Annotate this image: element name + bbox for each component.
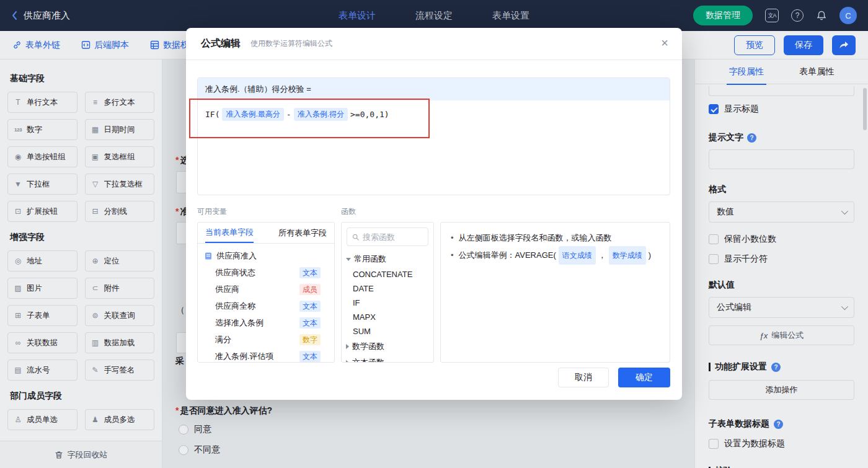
type-badge: 文本	[299, 267, 321, 278]
variables-panel: 当前表单字段 所有表单字段 供应商准入 供应商状态文本 供应商成员 供应商全称文…	[197, 222, 335, 363]
formula-input-area[interactable]: IF( 准入条例.最高分 - 准入条例.得分 >=0,0,1)	[198, 100, 670, 195]
variable-field-row[interactable]: 供应商全称文本	[198, 298, 334, 314]
variable-name: 满分	[215, 334, 231, 345]
formula-tail: >=0,0,1)	[350, 110, 389, 119]
tip-text: )	[649, 247, 651, 263]
function-search-input[interactable]	[363, 232, 423, 242]
variable-field-row[interactable]: 满分数字	[198, 331, 334, 348]
tip-line-2: 公式编辑举例：AVERAGE( 语文成绩 ， 数学成绩 )	[451, 246, 660, 265]
variable-field-row[interactable]: 准入条例.评估项文本	[198, 348, 334, 363]
modal-subtitle: 使用数学运算符编辑公式	[250, 38, 332, 49]
function-item[interactable]: CONCATENATE	[342, 267, 433, 281]
formula-operator: -	[286, 110, 291, 119]
type-badge: 文本	[299, 351, 321, 362]
variables-tree: 供应商准入 供应商状态文本 供应商成员 供应商全称文本 选择准入条例文本 满分数…	[198, 244, 334, 363]
chevron-down-icon	[346, 258, 351, 261]
formula-target-bar: 准入条例.（辅助）得分校验 =	[198, 78, 670, 100]
type-badge: 文本	[299, 301, 321, 312]
group-label: 文本函数	[352, 357, 384, 363]
search-icon	[352, 233, 359, 241]
formula-function: IF(	[205, 110, 219, 119]
variables-tabs: 当前表单字段 所有表单字段	[198, 223, 334, 244]
chevron-right-icon	[346, 344, 349, 349]
confirm-button[interactable]: 确定	[618, 368, 670, 387]
formula-field-chip: 准入条例.得分	[294, 108, 348, 121]
variable-root-row[interactable]: 供应商准入	[198, 247, 334, 264]
group-label: 常用函数	[354, 254, 386, 265]
formula-field-chip: 准入条例.最高分	[222, 108, 283, 121]
group-label: 数学函数	[352, 341, 384, 352]
formula-edit-modal: 公式编辑 使用数学运算符编辑公式 × 准入条例.（辅助）得分校验 = IF( 准…	[186, 28, 682, 400]
variable-field-row[interactable]: 供应商成员	[198, 281, 334, 298]
type-badge: 数字	[299, 334, 321, 345]
variable-field-row[interactable]: 选择准入条例文本	[198, 314, 334, 331]
functions-panel-label: 函数	[341, 206, 434, 217]
function-item[interactable]: SUM	[342, 324, 433, 338]
function-item[interactable]: MAPX	[342, 310, 433, 324]
functions-tree: 常用函数 CONCATENATE DATE IF MAPX SUM 数学函数 文…	[342, 251, 433, 363]
variable-name: 选择准入条例	[215, 317, 264, 329]
cancel-button[interactable]: 取消	[558, 368, 609, 387]
variable-name: 供应商状态	[215, 267, 255, 278]
variable-name: 供应商全称	[215, 301, 255, 312]
variable-root-label: 供应商准入	[216, 250, 257, 262]
tip-text: 从左侧面板选择字段名和函数，或输入函数	[459, 230, 612, 246]
modal-title: 公式编辑	[201, 37, 241, 50]
panels-row: 当前表单字段 所有表单字段 供应商准入 供应商状态文本 供应商成员 供应商全称文…	[197, 222, 670, 363]
example-field-chip: 数学成绩	[609, 246, 646, 265]
tab-all-form-fields[interactable]: 所有表单字段	[278, 223, 327, 243]
function-search-box[interactable]	[347, 227, 428, 246]
panel-labels: 可用变量 函数	[197, 206, 670, 217]
tip-line-1: 从左侧面板选择字段名和函数，或输入函数	[451, 230, 660, 246]
functions-panel: 常用函数 CONCATENATE DATE IF MAPX SUM 数学函数 文…	[341, 222, 434, 363]
tip-separator: ，	[598, 247, 606, 263]
formula-editor: 准入条例.（辅助）得分校验 = IF( 准入条例.最高分 - 准入条例.得分 >…	[197, 77, 670, 195]
function-item[interactable]: IF	[342, 296, 433, 310]
function-item[interactable]: DATE	[342, 281, 433, 296]
group-common-functions[interactable]: 常用函数	[342, 251, 433, 267]
close-icon[interactable]: ×	[661, 37, 668, 49]
modal-footer: 取消 确定	[558, 368, 670, 387]
tip-text: 公式编辑举例：AVERAGE(	[459, 247, 556, 263]
modal-header: 公式编辑 使用数学运算符编辑公式	[186, 28, 682, 60]
variable-field-row[interactable]: 供应商状态文本	[198, 264, 334, 281]
example-field-chip: 语文成绩	[559, 246, 596, 265]
group-math-functions[interactable]: 数学函数	[342, 338, 433, 355]
variables-panel-label: 可用变量	[197, 206, 335, 217]
tab-current-form-fields[interactable]: 当前表单字段	[205, 223, 254, 243]
modal-body: 准入条例.（辅助）得分校验 = IF( 准入条例.最高分 - 准入条例.得分 >…	[186, 60, 682, 363]
type-badge: 文本	[299, 317, 321, 329]
formula-expression: IF( 准入条例.最高分 - 准入条例.得分 >=0,0,1)	[205, 108, 662, 121]
chevron-right-icon	[346, 360, 349, 363]
app-root: 供应商准入 表单设计 流程设定 表单设置 数据管理 文A ? C 表单外链 后端…	[0, 0, 868, 468]
variable-name: 供应商	[215, 284, 239, 295]
variable-name: 准入条例.评估项	[215, 351, 274, 362]
tips-panel: 从左侧面板选择字段名和函数，或输入函数 公式编辑举例：AVERAGE( 语文成绩…	[440, 222, 670, 363]
form-doc-icon	[204, 252, 213, 260]
group-text-functions[interactable]: 文本函数	[342, 355, 433, 363]
type-badge: 成员	[299, 284, 321, 295]
